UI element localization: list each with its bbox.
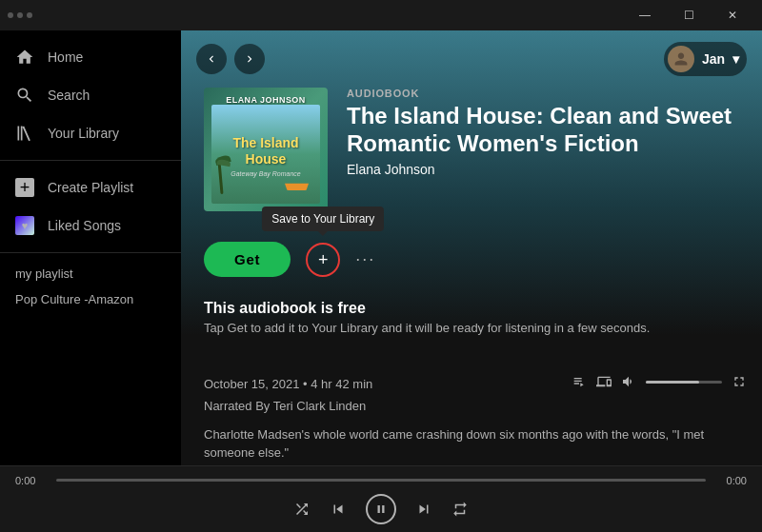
title-dot-2 bbox=[17, 12, 23, 18]
window-controls: — ☐ ✕ bbox=[623, 0, 754, 30]
book-details: AUDIOBOOK The Island House: Clean and Sw… bbox=[347, 88, 739, 177]
cover-subtitle-text: Gateway Bay Romance bbox=[213, 170, 318, 177]
save-to-library-button[interactable]: + bbox=[306, 243, 340, 277]
volume-button[interactable] bbox=[621, 374, 636, 389]
content-area: Jan ▾ ELANA JOHNSON bbox=[181, 30, 762, 465]
title-bar: — ☐ ✕ bbox=[0, 0, 762, 30]
avatar bbox=[668, 46, 694, 72]
create-playlist-label: Create Playlist bbox=[48, 180, 133, 195]
free-title: This audiobook is free bbox=[204, 300, 739, 317]
cover-author-text: ELANA JOHNSON bbox=[226, 95, 306, 105]
user-name: Jan bbox=[702, 51, 725, 67]
book-type: AUDIOBOOK bbox=[347, 88, 739, 99]
shuffle-button[interactable] bbox=[293, 501, 311, 518]
liked-songs-label: Liked Songs bbox=[48, 218, 121, 233]
sidebar-item-home[interactable]: Home bbox=[0, 38, 181, 76]
library-label: Your Library bbox=[48, 126, 119, 141]
title-dot-1 bbox=[8, 12, 13, 18]
queue-button[interactable] bbox=[572, 374, 587, 389]
plus-circle-icon: + bbox=[318, 251, 329, 268]
next-button[interactable] bbox=[415, 501, 432, 518]
devices-button[interactable] bbox=[596, 374, 612, 389]
forward-button[interactable] bbox=[234, 44, 265, 74]
title-bar-dots bbox=[8, 12, 32, 18]
previous-button[interactable] bbox=[330, 501, 347, 518]
progress-bar[interactable] bbox=[56, 479, 706, 482]
play-button[interactable] bbox=[366, 494, 396, 524]
home-label: Home bbox=[48, 49, 83, 65]
player-progress: 0:00 0:00 bbox=[15, 475, 747, 486]
book-info: ELANA JOHNSON The Island House bbox=[181, 88, 762, 230]
heart-icon: ♥ bbox=[15, 216, 34, 235]
home-icon bbox=[15, 48, 34, 67]
right-controls bbox=[572, 374, 747, 389]
nav-arrows bbox=[196, 44, 265, 74]
book-cover-inner: ELANA JOHNSON The Island House bbox=[204, 88, 328, 211]
maximize-button[interactable]: ☐ bbox=[667, 0, 711, 30]
player-bar: 0:00 0:00 bbox=[0, 465, 762, 532]
cover-title-text: The Island House bbox=[213, 135, 318, 167]
title-dot-3 bbox=[27, 12, 32, 18]
player-controls bbox=[15, 494, 747, 524]
user-chevron-icon: ▾ bbox=[732, 51, 739, 67]
library-icon bbox=[15, 124, 34, 143]
current-time: 0:00 bbox=[15, 475, 49, 486]
sidebar: Home Search Your Library + Create Play bbox=[0, 30, 181, 465]
sidebar-item-search[interactable]: Search bbox=[0, 76, 181, 114]
save-button-wrapper: Save to Your Library + bbox=[306, 243, 340, 277]
sidebar-item-liked-songs[interactable]: ♥ Liked Songs bbox=[0, 207, 181, 245]
playlist-item-pop[interactable]: Pop Culture -Amazon bbox=[0, 286, 181, 312]
minimize-button[interactable]: — bbox=[623, 0, 667, 30]
search-label: Search bbox=[48, 88, 90, 103]
free-desc: Tap Get to add it to Your Library and it… bbox=[204, 321, 739, 335]
description-section: This audiobook is free Tap Get to add it… bbox=[181, 288, 762, 346]
repeat-button[interactable] bbox=[451, 501, 469, 518]
main-layout: Home Search Your Library + Create Play bbox=[0, 30, 762, 465]
close-button[interactable]: ✕ bbox=[711, 0, 754, 30]
volume-fill bbox=[646, 381, 699, 384]
top-nav: Jan ▾ bbox=[181, 30, 762, 88]
narrator-info: Narrated By Teri Clark Linden bbox=[204, 395, 739, 417]
nav-divider-1 bbox=[0, 160, 181, 161]
book-author: Elana Johnson bbox=[347, 162, 739, 177]
get-button[interactable]: Get bbox=[204, 242, 291, 277]
total-time: 0:00 bbox=[713, 475, 747, 486]
playlist-item-my[interactable]: my playlist bbox=[0, 261, 181, 286]
plus-icon: + bbox=[15, 178, 34, 197]
search-icon bbox=[15, 86, 34, 105]
action-row: Get Save to Your Library + ··· bbox=[181, 230, 762, 288]
back-button[interactable] bbox=[196, 44, 227, 74]
fullscreen-button[interactable] bbox=[732, 374, 747, 389]
book-title: The Island House: Clean and Sweet Romant… bbox=[347, 103, 739, 158]
volume-slider[interactable] bbox=[646, 381, 722, 384]
sidebar-item-library[interactable]: Your Library bbox=[0, 114, 181, 152]
more-options-button[interactable]: ··· bbox=[355, 249, 375, 269]
sidebar-item-create-playlist[interactable]: + Create Playlist bbox=[0, 168, 181, 207]
book-cover: ELANA JOHNSON The Island House bbox=[204, 88, 328, 211]
book-synopsis: Charlotte Madsen's whole world came cras… bbox=[181, 422, 762, 465]
user-menu-button[interactable]: Jan ▾ bbox=[664, 42, 747, 76]
nav-divider-2 bbox=[0, 252, 181, 253]
